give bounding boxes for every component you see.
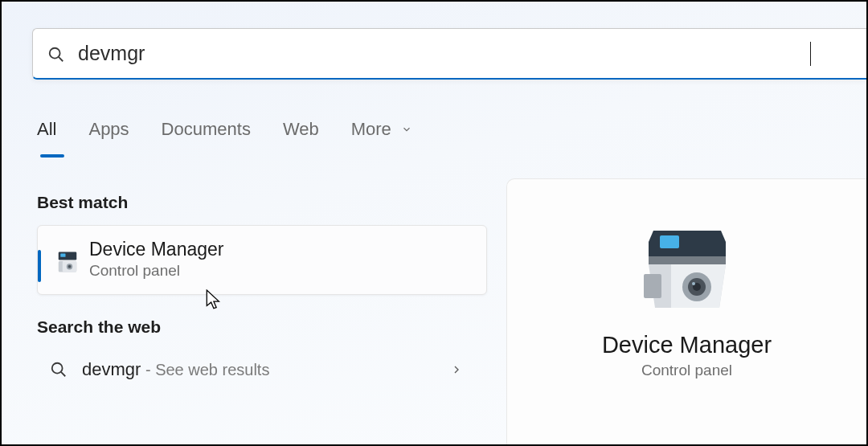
svg-rect-11 xyxy=(649,256,726,264)
svg-point-7 xyxy=(68,265,72,268)
svg-rect-16 xyxy=(644,274,661,298)
results-column: Best match Device Manager Control panel … xyxy=(37,193,487,380)
preview-pane: Device Manager Control panel xyxy=(506,178,866,444)
device-manager-icon xyxy=(639,227,735,316)
search-icon xyxy=(50,361,68,378)
filter-tabs: All Apps Documents Web More xyxy=(37,119,412,148)
svg-point-15 xyxy=(692,282,695,285)
tab-more[interactable]: More xyxy=(351,119,412,148)
search-bar[interactable]: devmgr xyxy=(32,28,866,80)
web-hint: - See web results xyxy=(141,361,269,378)
preview-subtitle: Control panel xyxy=(641,362,732,379)
search-input-text[interactable]: devmgr xyxy=(78,42,815,65)
tab-web-label: Web xyxy=(283,119,319,139)
web-result-left: devmgr - See web results xyxy=(50,359,269,380)
preview-title: Device Manager xyxy=(602,332,772,358)
tab-documents-label: Documents xyxy=(162,119,251,139)
web-result-row[interactable]: devmgr - See web results xyxy=(37,350,487,380)
tab-apps[interactable]: Apps xyxy=(88,119,129,148)
svg-rect-3 xyxy=(60,253,65,256)
best-match-result[interactable]: Device Manager Control panel xyxy=(37,225,487,295)
web-term: devmgr xyxy=(82,359,141,379)
tab-apps-label: Apps xyxy=(88,119,129,139)
chevron-down-icon xyxy=(401,119,412,139)
best-match-subtitle: Control panel xyxy=(89,262,472,280)
svg-line-9 xyxy=(61,372,65,376)
best-match-title: Device Manager xyxy=(89,239,472,260)
search-icon xyxy=(47,46,65,63)
tab-web[interactable]: Web xyxy=(283,119,319,148)
tab-all-label: All xyxy=(37,119,56,139)
svg-point-0 xyxy=(50,47,60,58)
tab-documents[interactable]: Documents xyxy=(162,119,251,148)
text-caret xyxy=(810,42,811,66)
tab-more-label: More xyxy=(351,119,391,139)
svg-line-1 xyxy=(59,56,63,60)
svg-point-8 xyxy=(52,363,63,374)
device-manager-icon xyxy=(55,250,80,274)
svg-rect-10 xyxy=(660,235,679,248)
tab-all[interactable]: All xyxy=(37,119,56,148)
search-web-heading: Search the web xyxy=(37,317,487,337)
best-match-heading: Best match xyxy=(37,193,487,212)
chevron-right-icon xyxy=(450,363,482,376)
